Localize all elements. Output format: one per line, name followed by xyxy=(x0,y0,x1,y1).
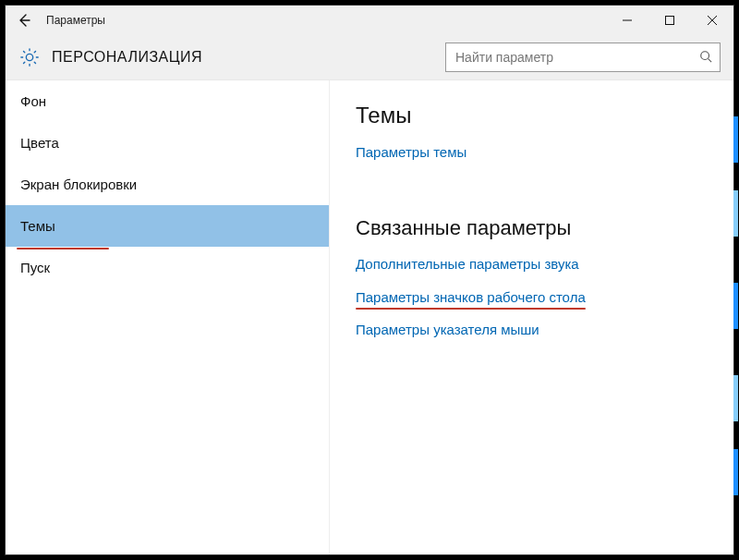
svg-point-1 xyxy=(701,51,709,59)
link-advanced-sound-settings[interactable]: Дополнительные параметры звука xyxy=(356,257,579,271)
desktop-edge-accents xyxy=(733,6,738,554)
search-icon xyxy=(699,50,712,66)
close-button[interactable] xyxy=(691,6,733,35)
sidebar-item-start[interactable]: Пуск xyxy=(6,247,329,288)
maximize-icon xyxy=(665,16,674,25)
settings-gear-icon xyxy=(18,46,41,68)
gear-icon xyxy=(19,47,40,67)
sidebar-item-label: Пуск xyxy=(20,260,50,275)
content-pane: Темы Параметры темы Связанные параметры … xyxy=(330,80,733,554)
sidebar-item-lockscreen[interactable]: Экран блокировки xyxy=(6,164,329,205)
sidebar-item-label: Экран блокировки xyxy=(20,177,137,192)
search-input[interactable] xyxy=(454,49,699,66)
window-title: Параметры xyxy=(42,14,105,27)
link-desktop-icon-settings[interactable]: Параметры значков рабочего стола xyxy=(356,290,586,304)
title-bar: Параметры xyxy=(6,6,733,35)
header-row: ПЕРСОНАЛИЗАЦИЯ xyxy=(6,35,733,80)
link-theme-settings[interactable]: Параметры темы xyxy=(356,145,466,159)
close-icon xyxy=(708,16,717,25)
sidebar-item-label: Темы xyxy=(20,218,55,234)
body: Фон Цвета Экран блокировки Темы Пуск Т xyxy=(6,80,733,554)
search-box[interactable] xyxy=(445,43,721,72)
settings-window: Параметры ПЕРСОНАЛИЗАЦИЯ xyxy=(6,6,733,554)
sidebar: Фон Цвета Экран блокировки Темы Пуск xyxy=(6,80,330,554)
content-heading-related: Связанные параметры xyxy=(356,216,722,240)
back-button[interactable] xyxy=(6,6,42,35)
sidebar-item-label: Цвета xyxy=(20,135,59,151)
content-heading-themes: Темы xyxy=(356,103,722,128)
maximize-button[interactable] xyxy=(648,6,691,35)
arrow-left-icon xyxy=(17,13,31,28)
link-mouse-pointer-settings[interactable]: Параметры указателя мыши xyxy=(356,323,539,336)
minimize-icon xyxy=(623,16,632,25)
minimize-button[interactable] xyxy=(606,6,648,35)
sidebar-item-themes[interactable]: Темы xyxy=(6,205,329,247)
annotation-underline-content xyxy=(356,308,586,310)
sidebar-item-colors[interactable]: Цвета xyxy=(6,122,329,164)
category-title: ПЕРСОНАЛИЗАЦИЯ xyxy=(52,49,202,66)
svg-rect-0 xyxy=(666,17,674,25)
sidebar-item-label: Фон xyxy=(20,93,46,109)
sidebar-item-background[interactable]: Фон xyxy=(6,80,329,122)
